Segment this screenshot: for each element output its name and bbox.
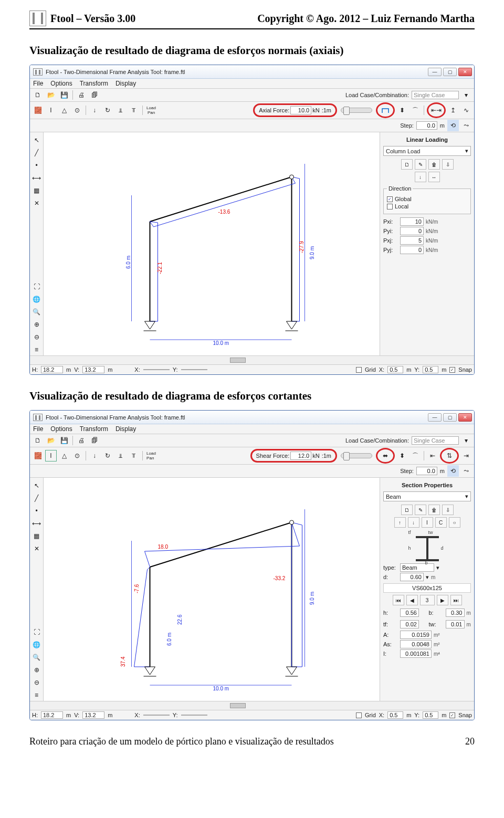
dropdown-icon[interactable]: ▾ bbox=[460, 435, 472, 446]
shear-diagram-button[interactable]: ⬍ bbox=[396, 450, 408, 462]
dist-load-icon[interactable]: ⫫ bbox=[115, 450, 127, 462]
status-v-value[interactable]: 13.2 bbox=[82, 711, 104, 719]
reaction-button[interactable]: ↥ bbox=[447, 104, 459, 116]
scale-slider[interactable] bbox=[341, 453, 372, 458]
grid-checkbox[interactable] bbox=[356, 367, 362, 373]
step-apply-button[interactable]: ⟲ bbox=[447, 465, 459, 477]
dimension-tool-icon[interactable]: ⟷ bbox=[31, 518, 43, 529]
section-icon[interactable]: I bbox=[45, 450, 57, 462]
redraw-icon[interactable]: ≡ bbox=[31, 689, 43, 701]
node-tool-icon[interactable]: • bbox=[31, 160, 43, 171]
temp-load-icon[interactable]: ⫪ bbox=[128, 450, 140, 462]
force-load-icon[interactable]: ↓ bbox=[89, 104, 100, 116]
status-y-value[interactable] bbox=[181, 369, 207, 370]
snap-checkbox[interactable]: ✓ bbox=[449, 712, 455, 718]
fit-icon[interactable]: ⛶ bbox=[31, 281, 43, 292]
load-pan-label[interactable]: Load Pan bbox=[145, 450, 157, 462]
grid-x-value[interactable]: 0.5 bbox=[387, 366, 403, 373]
status-y-value[interactable] bbox=[181, 715, 207, 716]
dist-load-icon[interactable]: ⫫ bbox=[115, 104, 127, 116]
snap-checkbox[interactable]: ✓ bbox=[449, 367, 455, 373]
export-icon[interactable]: 🗐 bbox=[89, 89, 100, 101]
panel-new-icon[interactable]: 🗋 bbox=[401, 505, 413, 515]
load-pan-label[interactable]: Load Pan bbox=[145, 104, 157, 116]
h-scrollbar-2[interactable] bbox=[30, 701, 474, 710]
moment-load-icon[interactable]: ↻ bbox=[102, 104, 113, 116]
moment-load-icon[interactable]: ↻ bbox=[102, 450, 113, 462]
step-apply-button[interactable]: ⟲ bbox=[447, 120, 459, 131]
maximize-button[interactable]: ▢ bbox=[443, 413, 457, 422]
zoom-out-icon[interactable]: ⊖ bbox=[31, 677, 43, 688]
status-x-value[interactable] bbox=[143, 369, 170, 370]
axial-diagram-button[interactable]: ⬌ bbox=[380, 450, 391, 462]
status-h-value[interactable]: 18.2 bbox=[41, 366, 63, 373]
minimize-button[interactable]: — bbox=[428, 413, 442, 422]
export-icon[interactable]: 🗐 bbox=[89, 435, 100, 446]
menu-file[interactable]: File bbox=[33, 425, 43, 433]
menu-display[interactable]: Display bbox=[116, 80, 136, 87]
shape-c-icon[interactable]: C bbox=[435, 517, 447, 528]
last-icon[interactable]: ⏭ bbox=[450, 595, 462, 605]
titlebar[interactable]: Ftool - Two-Dimensional Frame Analysis T… bbox=[30, 65, 474, 79]
save-icon[interactable]: 💾 bbox=[58, 435, 70, 446]
axial-diagram-button[interactable] bbox=[380, 104, 391, 116]
shear-diagram-button[interactable]: ⬍ bbox=[396, 104, 408, 116]
panel-down-icon[interactable]: ↓ bbox=[408, 517, 419, 528]
grid-checkbox[interactable] bbox=[356, 712, 362, 718]
print-icon[interactable]: 🖨 bbox=[76, 435, 87, 446]
fit-icon[interactable]: ⛶ bbox=[31, 626, 43, 638]
zoom-in-icon[interactable]: ⊕ bbox=[31, 319, 43, 330]
menu-file[interactable]: File bbox=[33, 80, 43, 87]
load-combo-select[interactable]: Single Case bbox=[412, 436, 459, 445]
zoom-icon[interactable]: 🔍 bbox=[31, 306, 43, 318]
grid-y-value[interactable]: 0.5 bbox=[423, 366, 438, 373]
dimension-tool-icon[interactable]: ⟷ bbox=[31, 172, 43, 184]
panel-edit-icon[interactable]: ✎ bbox=[415, 159, 426, 170]
prev-step-button[interactable]: ⇤ bbox=[427, 450, 438, 462]
type-select[interactable]: Beam bbox=[400, 563, 434, 572]
support-icon[interactable]: △ bbox=[58, 104, 70, 116]
shape-o-icon[interactable]: ○ bbox=[449, 517, 460, 528]
zoom-icon[interactable]: 🔍 bbox=[31, 652, 43, 663]
dropdown-icon[interactable]: ▾ bbox=[460, 89, 472, 101]
line-tool-icon[interactable]: ╱ bbox=[31, 147, 43, 159]
open-icon[interactable]: 📂 bbox=[45, 435, 57, 446]
step-values-button[interactable]: ⇅ bbox=[444, 450, 455, 462]
hinge-icon[interactable]: ⊙ bbox=[71, 450, 83, 462]
new-icon[interactable]: 🗋 bbox=[32, 89, 44, 101]
grid-x-value[interactable]: 0.5 bbox=[387, 711, 403, 719]
panel-import-icon[interactable]: ⇩ bbox=[442, 159, 454, 170]
world-icon[interactable]: 🌐 bbox=[31, 639, 43, 651]
support-icon[interactable]: △ bbox=[58, 450, 70, 462]
menu-options[interactable]: Options bbox=[50, 80, 72, 87]
panel-combo-2[interactable]: Beam▾ bbox=[383, 491, 471, 501]
load-combo-select[interactable]: Single Case bbox=[412, 91, 459, 99]
panel-del-icon[interactable]: 🗑 bbox=[428, 159, 440, 170]
step-next-button[interactable]: ⤳ bbox=[460, 120, 472, 131]
print-icon[interactable]: 🖨 bbox=[76, 89, 87, 101]
maximize-button[interactable]: ▢ bbox=[443, 68, 457, 76]
step-next-button[interactable]: ⤳ bbox=[460, 465, 472, 477]
node-tool-icon[interactable]: • bbox=[31, 505, 43, 517]
h-scrollbar[interactable] bbox=[30, 356, 474, 364]
panel-up-icon[interactable]: ↑ bbox=[394, 517, 406, 528]
shape-i-icon[interactable]: I bbox=[422, 517, 433, 528]
new-icon[interactable]: 🗋 bbox=[32, 435, 44, 446]
panel-new-icon[interactable]: 🗋 bbox=[401, 159, 413, 170]
force-load-icon[interactable]: ↓ bbox=[89, 450, 100, 462]
panel-import-icon[interactable]: ⇩ bbox=[442, 505, 454, 515]
prev-icon[interactable]: ◀ bbox=[406, 595, 418, 605]
minimize-button[interactable]: — bbox=[428, 68, 442, 76]
section-icon[interactable]: I bbox=[45, 104, 57, 116]
canvas-2[interactable]: 18.0 -33.2 -7.6 37.4 22.6 6.0 m 9.0 m 10… bbox=[44, 478, 380, 701]
step-values-button[interactable]: ⇤⇥ bbox=[430, 104, 442, 116]
panel-del-icon[interactable]: 🗑 bbox=[428, 505, 440, 515]
temp-load-icon[interactable]: ⫪ bbox=[128, 104, 140, 116]
material-icon[interactable]: 🧱 bbox=[32, 450, 44, 462]
canvas-1[interactable]: -13.6 -22.1 -27.9 6.0 m 9.0 m 10.0 m bbox=[44, 132, 380, 355]
global-checkbox[interactable]: ✓ bbox=[387, 196, 393, 202]
moment-diagram-button[interactable]: ⌒ bbox=[410, 104, 421, 116]
panel-apply-icon[interactable]: ↓ bbox=[415, 172, 426, 182]
panel-edit-icon[interactable]: ✎ bbox=[415, 505, 426, 515]
grid-y-value[interactable]: 0.5 bbox=[423, 711, 438, 719]
